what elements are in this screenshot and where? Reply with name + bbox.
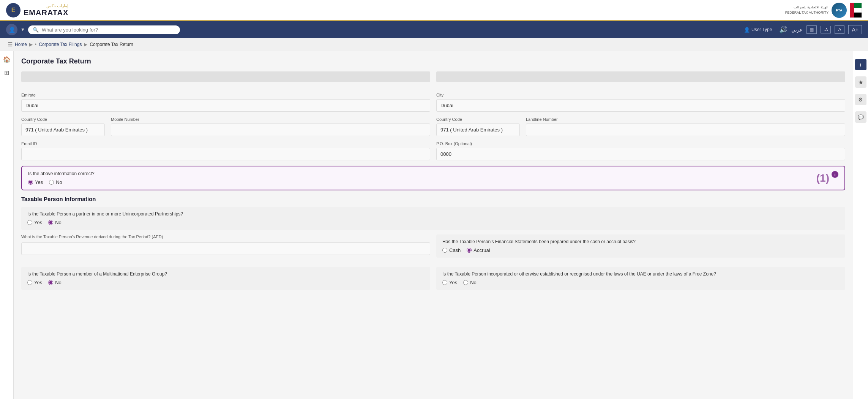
font-small-btn[interactable]: -A bbox=[821, 26, 831, 33]
freezone-yes-radio[interactable] bbox=[442, 280, 447, 285]
audio-icon[interactable]: 🔊 bbox=[779, 25, 788, 34]
email-input[interactable] bbox=[21, 148, 430, 160]
landline-cc-group: Country Code bbox=[436, 117, 520, 136]
font-normal-btn[interactable]: A bbox=[835, 25, 844, 34]
correct-info-box: Is the above information correct? Yes No… bbox=[21, 166, 845, 190]
step-indicator: (1) bbox=[816, 172, 829, 184]
blurred-bar-left bbox=[21, 71, 430, 82]
freezone-question-text: Is the Taxable Person incorporated or ot… bbox=[442, 271, 839, 277]
breadcrumb-home[interactable]: Home bbox=[15, 42, 27, 47]
landline-number-input[interactable] bbox=[526, 124, 845, 136]
landline-number-group: Landline Number bbox=[526, 117, 845, 136]
partnership-radio-group: Yes No bbox=[27, 220, 839, 225]
fta-label: الهيئة الاتحادية للضرائب FEDERAL TAX AUT… bbox=[785, 5, 829, 15]
partnership-no-label: No bbox=[55, 220, 62, 225]
app-body: 🏠 ⊞ Corporate Tax Return Emirate City Co… bbox=[0, 51, 868, 399]
multinational-col: Is the Taxable Person a member of a Mult… bbox=[21, 267, 430, 294]
view-toggle: ▦ bbox=[806, 25, 817, 34]
main-content: Corporate Tax Return Emirate City Countr… bbox=[14, 51, 853, 399]
city-label: City bbox=[436, 93, 845, 97]
partnership-no-option[interactable]: No bbox=[48, 220, 62, 225]
revenue-input[interactable] bbox=[21, 242, 430, 255]
financial-radio-group: Cash Accrual bbox=[442, 247, 839, 253]
email-label: Email ID bbox=[21, 141, 430, 146]
uae-flag bbox=[850, 3, 862, 18]
cash-radio[interactable] bbox=[442, 248, 447, 253]
logo-text: إمارات تاكس EMARATAX bbox=[24, 3, 68, 17]
correct-no-radio[interactable] bbox=[49, 180, 54, 185]
po-box-group: P.O. Box (Optional) bbox=[436, 141, 845, 160]
fta-logo: الهيئة الاتحادية للضرائب FEDERAL TAX AUT… bbox=[785, 3, 862, 18]
multinational-yes-radio[interactable] bbox=[27, 280, 32, 285]
phone-row: Country Code Mobile Number Country Code … bbox=[21, 117, 845, 136]
freezone-yes-option[interactable]: Yes bbox=[442, 280, 457, 285]
city-input[interactable] bbox=[436, 99, 845, 112]
freezone-yes-label: Yes bbox=[449, 280, 457, 285]
arabic-label[interactable]: عربي bbox=[791, 27, 803, 33]
mobile-cc-input[interactable] bbox=[21, 124, 105, 136]
correct-no-label: No bbox=[56, 179, 62, 185]
freezone-no-option[interactable]: No bbox=[463, 280, 477, 285]
breadcrumb-sep-2: ▶ bbox=[84, 42, 87, 47]
user-type-button[interactable]: 👤 User Type bbox=[740, 25, 775, 34]
right-panel-star-btn[interactable]: ★ bbox=[855, 76, 866, 88]
cash-option[interactable]: Cash bbox=[442, 247, 461, 253]
freezone-no-radio[interactable] bbox=[463, 280, 468, 285]
emirate-group: Emirate bbox=[21, 93, 430, 112]
info-icon[interactable]: i bbox=[832, 171, 838, 178]
menu-icon[interactable]: ☰ bbox=[8, 41, 13, 48]
freezone-radio-group: Yes No bbox=[442, 280, 839, 285]
emirate-input[interactable] bbox=[21, 99, 430, 112]
freezone-no-label: No bbox=[470, 280, 477, 285]
financial-statements-question: Has the Taxable Person's Financial State… bbox=[442, 239, 839, 244]
multinational-yes-label: Yes bbox=[34, 280, 42, 285]
search-input[interactable] bbox=[42, 27, 175, 33]
mobile-number-input[interactable] bbox=[111, 124, 430, 136]
header-right: الهيئة الاتحادية للضرائب FEDERAL TAX AUT… bbox=[785, 3, 862, 18]
correct-yes-radio[interactable] bbox=[28, 180, 33, 185]
logo-english: EMARATAX bbox=[24, 8, 68, 17]
multinational-radio-group: Yes No bbox=[27, 280, 424, 285]
multinational-question-text: Is the Taxable Person a member of a Mult… bbox=[27, 271, 424, 277]
accrual-radio[interactable] bbox=[467, 248, 472, 253]
mobile-number-label: Mobile Number bbox=[111, 117, 430, 122]
nav-controls: 👤 User Type 🔊 عربي ▦ -A A A+ bbox=[740, 25, 862, 34]
multinational-box: Is the Taxable Person a member of a Mult… bbox=[21, 267, 430, 290]
multinational-no-radio[interactable] bbox=[48, 280, 53, 285]
right-panel-chat-btn[interactable]: 💬 bbox=[855, 111, 866, 123]
multinational-no-option[interactable]: No bbox=[48, 280, 62, 285]
grid-view-btn[interactable]: ▦ bbox=[806, 25, 817, 34]
financial-col: Has the Taxable Person's Financial State… bbox=[436, 234, 845, 262]
sidebar: 🏠 ⊞ bbox=[0, 51, 14, 399]
correct-yes-option[interactable]: Yes bbox=[28, 179, 43, 185]
right-panel-settings-btn[interactable]: ⚙ bbox=[855, 94, 866, 105]
user-dropdown-arrow[interactable]: ▼ bbox=[21, 27, 25, 32]
blurred-bar-right bbox=[436, 71, 845, 82]
partnership-yes-radio[interactable] bbox=[27, 220, 32, 225]
sidebar-home-icon[interactable]: 🏠 bbox=[3, 56, 11, 63]
sidebar-grid-icon[interactable]: ⊞ bbox=[4, 69, 9, 76]
accrual-label: Accrual bbox=[473, 247, 490, 253]
breadcrumb-filings[interactable]: Corporate Tax Filings bbox=[39, 42, 82, 47]
breadcrumb-current: Corporate Tax Return bbox=[90, 42, 133, 47]
multinational-freezone-row: Is the Taxable Person a member of a Mult… bbox=[21, 267, 845, 294]
freezone-col: Is the Taxable Person incorporated or ot… bbox=[436, 267, 845, 294]
partnership-no-radio[interactable] bbox=[48, 220, 53, 225]
cash-label: Cash bbox=[449, 247, 461, 253]
font-large-btn[interactable]: A+ bbox=[848, 25, 862, 34]
breadcrumb-sep-1: ▶ bbox=[29, 42, 33, 47]
right-panel-info-btn[interactable]: i bbox=[855, 59, 866, 70]
correct-no-option[interactable]: No bbox=[49, 179, 62, 185]
landline-number-label: Landline Number bbox=[526, 117, 845, 122]
breadcrumb: ☰ Home ▶ • Corporate Tax Filings ▶ Corpo… bbox=[0, 38, 868, 51]
right-panel: i ★ ⚙ 💬 bbox=[853, 51, 868, 399]
multinational-yes-option[interactable]: Yes bbox=[27, 280, 42, 285]
user-avatar[interactable]: 👤 bbox=[6, 24, 17, 35]
logo-icon: E bbox=[6, 3, 21, 17]
po-box-input[interactable] bbox=[436, 148, 845, 160]
landline-cc-input[interactable] bbox=[436, 124, 520, 136]
fta-circle-logo: FTA bbox=[832, 3, 847, 18]
email-group: Email ID bbox=[21, 141, 430, 160]
accrual-option[interactable]: Accrual bbox=[467, 247, 490, 253]
partnership-yes-option[interactable]: Yes bbox=[27, 220, 42, 225]
